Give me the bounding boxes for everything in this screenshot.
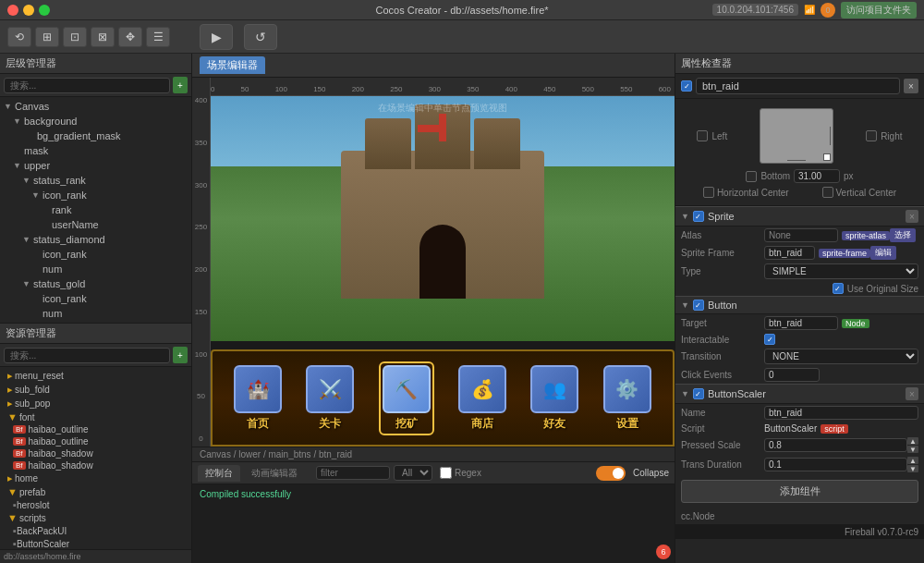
- add-component-button[interactable]: 添加组件: [681, 480, 918, 503]
- asset-item-haibao4[interactable]: Bf haibao_shadow: [0, 459, 191, 471]
- v-center-checkbox[interactable]: [822, 187, 833, 198]
- toolbar-btn-2[interactable]: ⊞: [35, 27, 59, 47]
- hierarchy-search-input[interactable]: [4, 78, 170, 93]
- node-name-input[interactable]: [696, 78, 900, 94]
- anchor-handle-br[interactable]: [823, 153, 831, 161]
- toolbar-btn-5[interactable]: ✥: [118, 27, 142, 47]
- tree-label: status_diamond: [33, 234, 105, 245]
- click-events-input[interactable]: [764, 368, 820, 382]
- tree-item-status-rank[interactable]: ▼ status_rank: [0, 173, 191, 188]
- asset-item-haibao2[interactable]: Bf haibao_outline: [0, 435, 191, 447]
- close-button[interactable]: [7, 5, 18, 16]
- asset-item-home[interactable]: ▸ home: [0, 471, 191, 485]
- toolbar-btn-3[interactable]: ⊡: [63, 27, 87, 47]
- asset-item-scripts[interactable]: ▼ scripts: [0, 511, 191, 524]
- asset-item-menu-reset[interactable]: ▸ menu_reset: [0, 369, 191, 383]
- scene-editor-tab[interactable]: 场景编辑器: [200, 56, 265, 74]
- toolbar-btn-1[interactable]: ⟲: [7, 27, 31, 47]
- asset-item-sub-fold[interactable]: ▸ sub_fold: [0, 383, 191, 397]
- sprite-section-header[interactable]: ▼ Sprite ×: [675, 206, 924, 226]
- visit-project-button[interactable]: 访问项目文件夹: [841, 2, 917, 18]
- pressed-scale-input[interactable]: [764, 438, 907, 452]
- console-filter-input[interactable]: [316, 466, 390, 480]
- asset-item-prefab[interactable]: ▼ prefab: [0, 485, 191, 498]
- button-section-header[interactable]: ▼ Button: [675, 296, 924, 314]
- toolbar-btn-4[interactable]: ⊠: [91, 27, 115, 47]
- regex-checkbox[interactable]: [440, 467, 452, 479]
- asset-item-sub-pop[interactable]: ▸ sub_pop: [0, 397, 191, 410]
- minimize-button[interactable]: [23, 5, 34, 16]
- nav-item-levels[interactable]: ⚔️ 关卡: [306, 365, 354, 432]
- hierarchy-add-button[interactable]: +: [173, 77, 188, 93]
- asset-item-buttonscaler[interactable]: ▪ ButtonScaler: [0, 537, 191, 549]
- console-tab-console[interactable]: 控制台: [198, 465, 240, 482]
- scene-canvas[interactable]: 050100150200250300350400450500550600 400…: [192, 78, 675, 447]
- tree-item-upper[interactable]: ▼ upper: [0, 158, 191, 173]
- maximize-button[interactable]: [39, 5, 50, 16]
- left-anchor-checkbox[interactable]: [697, 130, 708, 141]
- refresh-button[interactable]: ↺: [244, 24, 277, 50]
- console-all-select[interactable]: All: [394, 465, 432, 481]
- bottom-anchor-checkbox[interactable]: [746, 171, 757, 182]
- button-scaler-section-header[interactable]: ▼ ButtonScaler ×: [675, 384, 924, 404]
- right-anchor-checkbox[interactable]: [866, 130, 877, 141]
- tree-item-mask[interactable]: mask: [0, 143, 191, 158]
- pressed-scale-up[interactable]: ▲: [907, 437, 918, 445]
- use-original-checkbox[interactable]: [833, 283, 844, 294]
- trans-duration-down[interactable]: ▼: [907, 465, 918, 472]
- nav-item-home[interactable]: 🏰 首页: [234, 365, 282, 432]
- tree-item-icon-rank[interactable]: ▼ icon_rank: [0, 188, 191, 202]
- nav-item-settings[interactable]: ⚙️ 设置: [603, 365, 651, 432]
- trans-duration-stepper[interactable]: ▲ ▼: [907, 457, 918, 472]
- tree-item-status-diamond[interactable]: ▼ status_diamond: [0, 232, 191, 247]
- asset-search-input[interactable]: [4, 348, 170, 363]
- script-badge[interactable]: script: [821, 424, 848, 434]
- pressed-scale-stepper[interactable]: ▲ ▼: [907, 437, 918, 453]
- node-enabled-checkbox[interactable]: [681, 80, 692, 92]
- button-enabled-checkbox[interactable]: [693, 300, 704, 311]
- sprite-frame-edit-button[interactable]: 编辑: [870, 246, 896, 260]
- trans-duration-input[interactable]: [764, 458, 907, 471]
- trans-duration-up[interactable]: ▲: [907, 457, 918, 464]
- tree-item-icon-rank3[interactable]: icon_rank: [0, 291, 191, 306]
- type-select[interactable]: SIMPLE: [764, 263, 918, 279]
- nav-item-friends[interactable]: 👥 好友: [530, 365, 578, 432]
- toolbar-btn-6[interactable]: ☰: [146, 27, 170, 47]
- asset-item-heroslot[interactable]: ▪ heroslot: [0, 498, 191, 511]
- tree-item-status-gold[interactable]: ▼ status_gold: [0, 276, 191, 291]
- sprite-enabled-checkbox[interactable]: [693, 211, 704, 222]
- bottom-value-input[interactable]: [794, 169, 840, 183]
- tree-item-canvas[interactable]: ▼ Canvas: [0, 99, 191, 114]
- tree-item-num2[interactable]: num: [0, 306, 191, 321]
- atlas-select-button[interactable]: 选择: [890, 228, 916, 242]
- asset-add-button[interactable]: +: [173, 347, 188, 363]
- buttonscaler-remove-button[interactable]: ×: [906, 387, 918, 400]
- transition-select[interactable]: NONE: [764, 349, 918, 364]
- tree-item-rank[interactable]: rank: [0, 202, 191, 217]
- tree-item-icon-rank2[interactable]: icon_rank: [0, 247, 191, 262]
- play-button[interactable]: ▶: [200, 24, 233, 50]
- pressed-scale-down[interactable]: ▼: [907, 446, 918, 453]
- interactable-checkbox[interactable]: [764, 334, 775, 345]
- tree-item-num[interactable]: num: [0, 262, 191, 276]
- h-center-checkbox[interactable]: [703, 187, 714, 198]
- tree-item-bg-gradient[interactable]: bg_gradient_mask: [0, 129, 191, 143]
- nav-item-shop[interactable]: 💰 商店: [458, 365, 506, 432]
- atlas-input[interactable]: [764, 228, 838, 242]
- asset-item-haibao3[interactable]: Bf haibao_shadow: [0, 447, 191, 459]
- tree-item-background[interactable]: ▼ background: [0, 114, 191, 129]
- nav-item-mine[interactable]: ⛏️ 挖矿: [379, 361, 434, 435]
- sprite-remove-button[interactable]: ×: [906, 210, 918, 223]
- buttonscaler-enabled-checkbox[interactable]: [693, 388, 704, 399]
- asset-item-backpack[interactable]: ▪ BackPackUI: [0, 524, 191, 537]
- console-tab-animation[interactable]: 动画编辑器: [244, 465, 305, 482]
- asset-item-haibao1[interactable]: Bf haibao_outline: [0, 423, 191, 435]
- sprite-frame-input[interactable]: [764, 246, 815, 260]
- target-input[interactable]: [764, 316, 838, 330]
- collapse-toggle[interactable]: [596, 466, 626, 481]
- bs-name-input[interactable]: [764, 406, 918, 420]
- inspector-close-button[interactable]: ×: [904, 79, 918, 93]
- asset-item-font[interactable]: ▼ font: [0, 410, 191, 423]
- tree-item-username[interactable]: userName: [0, 217, 191, 232]
- bf-badge: Bf: [13, 425, 26, 434]
